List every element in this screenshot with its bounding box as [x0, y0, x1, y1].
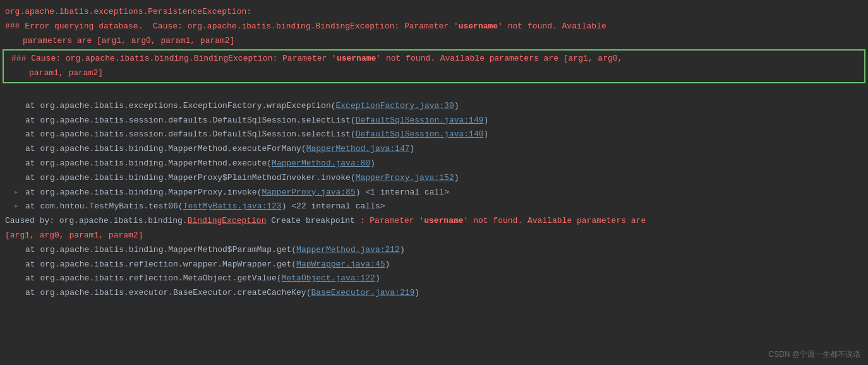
stack-line-2: at org.apache.ibatis.session.defaults.De…: [0, 114, 868, 128]
error-line-2: ### Error querying database. Cause: org.…: [0, 20, 868, 34]
link-mapper-method-80[interactable]: MapperMethod.java:80: [272, 159, 370, 168]
highlighted-error-block: ### Cause: org.apache.ibatis.binding.Bin…: [3, 49, 865, 83]
stack-line-1: at org.apache.ibatis.exceptions.Exceptio…: [0, 99, 868, 114]
console-container: org.apache.ibatis.exceptions.Persistence…: [0, 0, 868, 365]
stack-line-5: at org.apache.ibatis.binding.MapperMetho…: [0, 157, 868, 171]
watermark: CSDN @宁愿一生都不说话: [768, 349, 860, 360]
stack-line-4: at org.apache.ibatis.binding.MapperMetho…: [0, 142, 868, 157]
link-default-sql-session-140[interactable]: DefaultSqlSession.java:140: [356, 129, 484, 139]
link-mapper-proxy-152[interactable]: MapperProxy.java:152: [356, 173, 454, 182]
spacer-line: [0, 85, 868, 99]
link-default-sql-session-149[interactable]: DefaultSqlSession.java:149: [356, 116, 484, 125]
stack-line-3: at org.apache.ibatis.session.defaults.De…: [0, 128, 868, 142]
stack-line-9: at org.apache.ibatis.binding.MapperMetho…: [0, 243, 868, 258]
link-binding-exception[interactable]: BindingException: [188, 216, 267, 225]
stack-line-8: ▸at com.hntou.TestMyBatis.test06(TestMyB…: [0, 200, 868, 214]
link-mapper-method-147[interactable]: MapperMethod.java:147: [306, 144, 410, 153]
error-line-1: org.apache.ibatis.exceptions.Persistence…: [0, 5, 868, 20]
stack-line-12: at org.apache.ibatis.executor.BaseExecut…: [0, 286, 868, 301]
cause-line-2: param1, param2]: [6, 66, 862, 81]
stack-line-7: ▸at org.apache.ibatis.binding.MapperProx…: [0, 186, 868, 200]
cause-line-1: ### Cause: org.apache.ibatis.binding.Bin…: [6, 52, 862, 66]
stack-line-6: at org.apache.ibatis.binding.MapperProxy…: [0, 171, 868, 186]
stack-line-10: at org.apache.ibatis.reflection.wrapper.…: [0, 258, 868, 272]
link-test-mybatis-123[interactable]: TestMyBatis.java:123: [183, 201, 282, 211]
caused-by-params: [arg1, arg0, param1, param2]: [0, 229, 868, 243]
link-base-executor-219[interactable]: BaseExecutor.java:219: [311, 288, 414, 297]
link-mapper-proxy-85[interactable]: MapperProxy.java:85: [262, 188, 355, 197]
link-map-wrapper-45[interactable]: MapWrapper.java:45: [296, 260, 385, 269]
error-line-3: parameters are [arg1, arg0, param1, para…: [0, 34, 868, 49]
caused-by-line: Caused by: org.apache.ibatis.binding.Bin…: [0, 214, 868, 229]
link-mapper-method-212[interactable]: MapperMethod.java:212: [296, 245, 400, 254]
stack-line-11: at org.apache.ibatis.reflection.MetaObje…: [0, 272, 868, 286]
link-exception-factory[interactable]: ExceptionFactory.java:30: [335, 101, 454, 111]
link-meta-object-122[interactable]: MetaObject.java:122: [282, 273, 375, 283]
